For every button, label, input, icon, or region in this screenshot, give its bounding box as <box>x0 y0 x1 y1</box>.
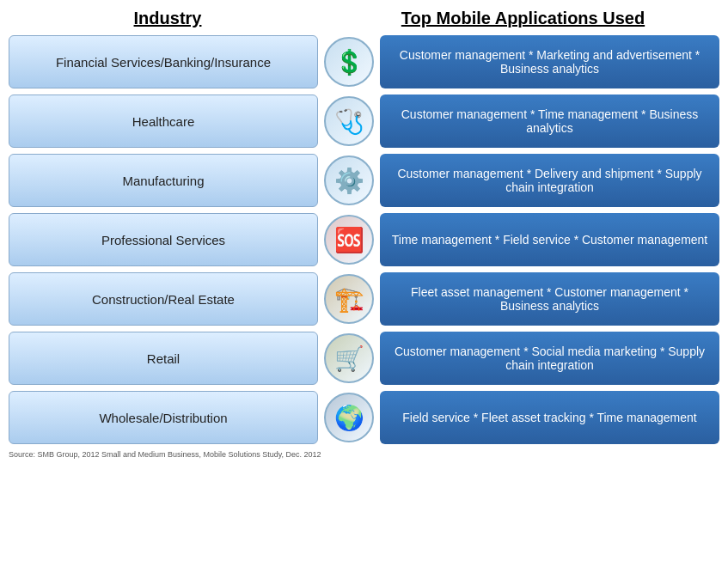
table-row: Manufacturing⚙️Customer management * Del… <box>9 154 719 207</box>
table-row: Construction/Real Estate🏗️Fleet asset ma… <box>9 272 719 326</box>
table-row: Retail🛒Customer management * Social medi… <box>9 332 719 385</box>
table-row: Wholesale/Distribution🌍Field service * F… <box>9 391 719 444</box>
table-row: Healthcare🩺Customer management * Time ma… <box>9 94 719 148</box>
apps-cell: Customer management * Delivery and shipm… <box>380 154 719 207</box>
apps-header: Top Mobile Applications Used <box>327 9 719 28</box>
apps-cell: Field service * Fleet asset tracking * T… <box>380 391 719 444</box>
icon-cell: 🌍 <box>318 391 380 444</box>
industry-icon: 💲 <box>324 37 374 87</box>
icon-cell: 🆘 <box>318 213 380 266</box>
industry-icon: 🏗️ <box>324 274 374 324</box>
apps-cell: Fleet asset management * Customer manage… <box>380 272 719 326</box>
footer-text: Source: SMB Group, 2012 Small and Medium… <box>9 450 719 459</box>
icon-cell: ⚙️ <box>318 154 380 207</box>
table-row: Professional Services🆘Time management * … <box>9 213 719 266</box>
icon-cell: 🩺 <box>318 94 380 148</box>
industry-icon: 🛒 <box>324 333 374 383</box>
apps-cell: Customer management * Time management * … <box>380 94 719 148</box>
industry-cell: Wholesale/Distribution <box>9 391 318 444</box>
table-row: Financial Services/Banking/Insurance💲Cus… <box>9 35 719 88</box>
industry-header: Industry <box>9 9 327 28</box>
industry-icon: 🩺 <box>324 96 374 146</box>
industry-icon: 🌍 <box>324 393 374 442</box>
icon-cell: 🛒 <box>318 332 380 385</box>
industry-icon: ⚙️ <box>324 155 374 205</box>
apps-cell: Customer management * Marketing and adve… <box>380 35 719 88</box>
main-container: Industry Top Mobile Applications Used Fi… <box>0 0 728 463</box>
icon-cell: 🏗️ <box>318 272 380 326</box>
industry-cell: Financial Services/Banking/Insurance <box>9 35 318 88</box>
industry-cell: Healthcare <box>9 94 318 148</box>
industry-cell: Professional Services <box>9 213 318 266</box>
icon-cell: 💲 <box>318 35 380 88</box>
apps-cell: Customer management * Social media marke… <box>380 332 719 385</box>
apps-cell: Time management * Field service * Custom… <box>380 213 719 266</box>
rows-container: Financial Services/Banking/Insurance💲Cus… <box>9 35 719 444</box>
industry-icon: 🆘 <box>324 215 374 265</box>
industry-cell: Retail <box>9 332 318 385</box>
industry-cell: Manufacturing <box>9 154 318 207</box>
industry-cell: Construction/Real Estate <box>9 272 318 326</box>
header-row: Industry Top Mobile Applications Used <box>9 9 719 28</box>
